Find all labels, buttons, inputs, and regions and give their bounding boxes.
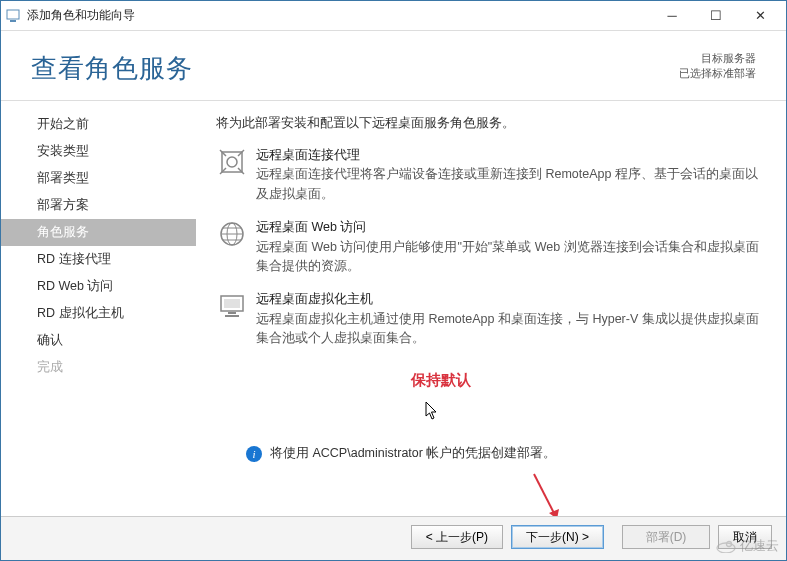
svg-point-3 [227,157,237,167]
svg-line-5 [238,150,244,156]
svg-rect-16 [225,315,239,317]
svg-line-6 [220,168,226,174]
cursor-pointer-icon [425,401,441,421]
service-connection-broker: 远程桌面连接代理 远程桌面连接代理将客户端设备连接或重新连接到 RemoteAp… [216,146,762,204]
svg-rect-14 [224,299,240,308]
nav-installation-type[interactable]: 安装类型 [1,138,196,165]
service-title: 远程桌面虚拟化主机 [256,290,762,309]
svg-rect-1 [10,20,16,22]
title-bar: 添加角色和功能向导 ─ ☐ ✕ [1,1,786,31]
window-title: 添加角色和功能向导 [27,7,650,24]
service-desc: 远程桌面 Web 访问使用户能够使用"开始"菜单或 Web 浏览器连接到会话集合… [256,238,762,277]
service-web-access: 远程桌面 Web 访问 远程桌面 Web 访问使用户能够使用"开始"菜单或 We… [216,218,762,276]
destination-info: 目标服务器 已选择标准部署 [679,51,756,86]
nav-role-services[interactable]: 角色服务 [1,219,196,246]
nav-deployment-scenario[interactable]: 部署方案 [1,192,196,219]
maximize-button[interactable]: ☐ [694,2,738,30]
watermark: 亿速云 [716,537,779,555]
svg-line-7 [238,168,244,174]
page-title: 查看角色服务 [31,51,193,86]
web-access-icon [216,220,248,252]
svg-line-4 [220,150,226,156]
info-message: i 将使用 ACCP\administrator 帐户的凭据创建部署。 [246,445,556,462]
svg-rect-15 [228,312,236,314]
button-bar: < 上一步(P) 下一步(N) > 部署(D) 取消 [1,516,786,560]
service-desc: 远程桌面连接代理将客户端设备连接或重新连接到 RemoteApp 程序、基于会话… [256,165,762,204]
previous-button[interactable]: < 上一步(P) [411,525,503,549]
nav-rd-connection-broker[interactable]: RD 连接代理 [1,246,196,273]
destination-label: 目标服务器 [679,51,756,66]
nav-deployment-type[interactable]: 部署类型 [1,165,196,192]
wizard-header: 查看角色服务 目标服务器 已选择标准部署 [1,31,786,96]
wizard-nav: 开始之前 安装类型 部署类型 部署方案 角色服务 RD 连接代理 RD Web … [1,101,196,481]
service-title: 远程桌面 Web 访问 [256,218,762,237]
service-title: 远程桌面连接代理 [256,146,762,165]
service-virtualization-host: 远程桌面虚拟化主机 远程桌面虚拟化主机通过使用 RemoteApp 和桌面连接，… [216,290,762,348]
nav-rd-web-access[interactable]: RD Web 访问 [1,273,196,300]
info-text: 将使用 ACCP\administrator 帐户的凭据创建部署。 [270,445,556,462]
connection-broker-icon [216,148,248,180]
svg-rect-0 [7,10,19,19]
minimize-button[interactable]: ─ [650,2,694,30]
intro-text: 将为此部署安装和配置以下远程桌面服务角色服务。 [216,115,762,132]
deploy-button: 部署(D) [622,525,710,549]
virtualization-host-icon [216,292,248,324]
watermark-text: 亿速云 [740,537,779,555]
app-icon [5,8,21,24]
nav-confirmation[interactable]: 确认 [1,327,196,354]
destination-value: 已选择标准部署 [679,66,756,81]
next-button[interactable]: 下一步(N) > [511,525,604,549]
service-desc: 远程桌面虚拟化主机通过使用 RemoteApp 和桌面连接，与 Hyper-V … [256,310,762,349]
info-icon: i [246,446,262,462]
nav-completion: 完成 [1,354,196,381]
wizard-content: 将为此部署安装和配置以下远程桌面服务角色服务。 远程桌面连接代理 远程桌面连接代… [196,101,786,481]
nav-before-you-begin[interactable]: 开始之前 [1,111,196,138]
nav-rd-virtualization-host[interactable]: RD 虚拟化主机 [1,300,196,327]
annotation-keep-default: 保持默认 [411,371,471,390]
close-button[interactable]: ✕ [738,2,782,30]
